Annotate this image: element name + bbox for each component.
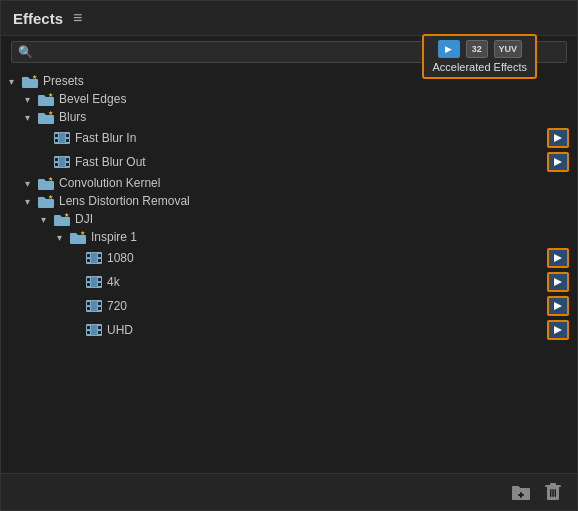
- folder-star-icon: ★: [37, 110, 55, 124]
- item-label-lens-distortion: Lens Distortion Removal: [59, 194, 577, 208]
- film-icon: [85, 299, 103, 313]
- svg-rect-14: [66, 163, 69, 166]
- svg-rect-57: [555, 489, 557, 497]
- accel-32-icon: 32: [466, 40, 488, 58]
- item-label-p720: 720: [107, 299, 547, 313]
- svg-rect-5: [55, 139, 58, 142]
- svg-marker-34: [554, 278, 562, 286]
- tree-item-p720[interactable]: 720: [1, 294, 577, 318]
- item-label-convolution: Convolution Kernel: [59, 176, 577, 190]
- folder-star-icon: ★: [37, 194, 55, 208]
- svg-rect-56: [552, 489, 554, 497]
- svg-rect-32: [98, 283, 101, 286]
- item-label-bevel-edges: Bevel Edges: [59, 92, 577, 106]
- folder-star-icon: ★: [53, 212, 71, 226]
- folder-star-icon: ★: [37, 92, 55, 106]
- svg-rect-6: [66, 134, 69, 137]
- svg-rect-39: [98, 307, 101, 310]
- svg-rect-26: [91, 253, 97, 263]
- item-label-fast-blur-in: Fast Blur In: [75, 131, 547, 145]
- tree-item-p4k[interactable]: 4k: [1, 270, 577, 294]
- svg-rect-33: [91, 277, 97, 287]
- search-icon: 🔍: [18, 45, 33, 59]
- film-icon: [53, 155, 71, 169]
- chevron-blurs[interactable]: ▾: [25, 112, 37, 123]
- svg-marker-27: [554, 254, 562, 262]
- tree-items-container: ▾ ★ Presets▾ ★ Bevel Edges▾ ★ Blurs Fast…: [1, 72, 577, 342]
- folder-star-icon: ★: [37, 176, 55, 190]
- toolbar-row: 🔍 32 YUV Accelerated Effects: [1, 36, 577, 68]
- item-label-blurs: Blurs: [59, 110, 577, 124]
- panel-footer: [1, 473, 577, 510]
- svg-rect-24: [98, 254, 101, 257]
- item-label-fast-blur-out: Fast Blur Out: [75, 155, 547, 169]
- svg-rect-46: [98, 331, 101, 334]
- chevron-convolution[interactable]: ▾: [25, 178, 37, 189]
- item-label-puhd: UHD: [107, 323, 547, 337]
- accel-badge-p1080: [547, 248, 569, 268]
- svg-rect-4: [55, 134, 58, 137]
- tree-item-blurs[interactable]: ▾ ★ Blurs: [1, 108, 577, 126]
- svg-rect-51: [518, 494, 524, 496]
- panel-title: Effects: [13, 10, 63, 27]
- svg-rect-54: [550, 483, 556, 486]
- tree-item-inspire1[interactable]: ▾ ★ Inspire 1: [1, 228, 577, 246]
- effects-panel: Effects ≡ 🔍 32 YUV Accelerated Effects ▾…: [0, 0, 578, 511]
- film-icon: [85, 275, 103, 289]
- tree-item-lens-distortion[interactable]: ▾ ★ Lens Distortion Removal: [1, 192, 577, 210]
- accel-yuv-icon: YUV: [494, 40, 522, 58]
- folder-star-icon: ★: [21, 74, 39, 88]
- svg-marker-41: [554, 302, 562, 310]
- svg-rect-45: [98, 326, 101, 329]
- tree-item-fast-blur-out[interactable]: Fast Blur Out: [1, 150, 577, 174]
- accel-film-icon: [438, 40, 460, 58]
- svg-text:★: ★: [64, 212, 69, 218]
- svg-rect-31: [98, 278, 101, 281]
- menu-icon[interactable]: ≡: [73, 9, 82, 27]
- new-folder-button[interactable]: [509, 480, 533, 504]
- folder-star-icon: ★: [69, 230, 87, 244]
- accel-badge-fast-blur-out: [547, 152, 569, 172]
- svg-text:★: ★: [48, 110, 53, 116]
- tree-item-dji[interactable]: ▾ ★ DJI: [1, 210, 577, 228]
- svg-rect-29: [87, 278, 90, 281]
- svg-rect-13: [66, 158, 69, 161]
- svg-rect-25: [98, 259, 101, 262]
- svg-rect-47: [91, 325, 97, 335]
- svg-text:★: ★: [48, 194, 53, 200]
- item-label-dji: DJI: [75, 212, 577, 226]
- item-label-p4k: 4k: [107, 275, 547, 289]
- svg-text:★: ★: [48, 92, 53, 98]
- tree-item-p1080[interactable]: 1080: [1, 246, 577, 270]
- svg-rect-40: [91, 301, 97, 311]
- accel-badge-puhd: [547, 320, 569, 340]
- svg-rect-12: [55, 163, 58, 166]
- svg-text:★: ★: [32, 74, 37, 80]
- tree-item-bevel-edges[interactable]: ▾ ★ Bevel Edges: [1, 90, 577, 108]
- svg-rect-38: [98, 302, 101, 305]
- chevron-presets[interactable]: ▾: [9, 76, 21, 87]
- svg-rect-8: [59, 133, 65, 143]
- accel-icons: 32 YUV: [432, 40, 527, 58]
- accel-badge-p4k: [547, 272, 569, 292]
- svg-rect-36: [87, 302, 90, 305]
- tree-item-puhd[interactable]: UHD: [1, 318, 577, 342]
- film-icon: [85, 323, 103, 337]
- accel-label: Accelerated Effects: [432, 61, 527, 73]
- chevron-lens-distortion[interactable]: ▾: [25, 196, 37, 207]
- svg-marker-9: [554, 134, 562, 142]
- tree-item-convolution[interactable]: ▾ ★ Convolution Kernel: [1, 174, 577, 192]
- accelerated-effects-box: 32 YUV Accelerated Effects: [422, 34, 537, 79]
- chevron-dji[interactable]: ▾: [41, 214, 53, 225]
- tree-item-fast-blur-in[interactable]: Fast Blur In: [1, 126, 577, 150]
- svg-text:★: ★: [80, 230, 85, 236]
- accel-badge-fast-blur-in: [547, 128, 569, 148]
- svg-rect-22: [87, 254, 90, 257]
- svg-rect-23: [87, 259, 90, 262]
- svg-rect-11: [55, 158, 58, 161]
- chevron-bevel-edges[interactable]: ▾: [25, 94, 37, 105]
- delete-button[interactable]: [541, 480, 565, 504]
- chevron-inspire1[interactable]: ▾: [57, 232, 69, 243]
- item-label-inspire1: Inspire 1: [91, 230, 577, 244]
- svg-rect-7: [66, 139, 69, 142]
